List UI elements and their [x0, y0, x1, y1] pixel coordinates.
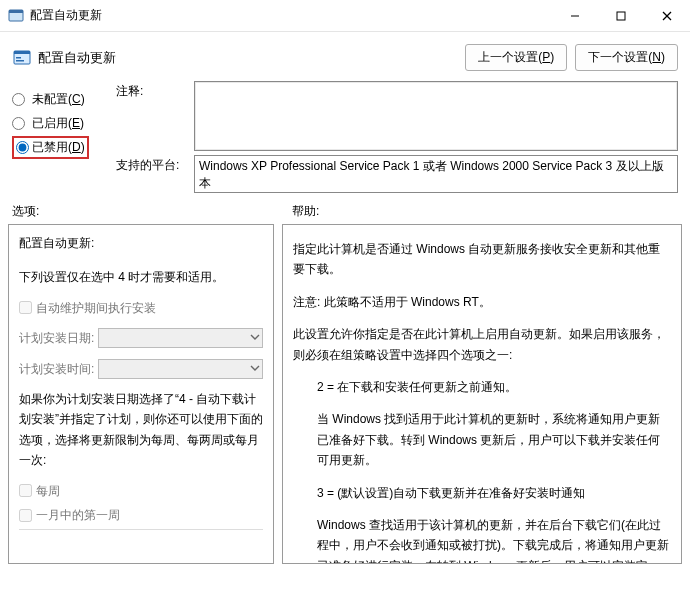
options-panel: 配置自动更新: 下列设置仅在选中 4 时才需要和适用。 自动维护期间执行安装 计…: [8, 224, 274, 564]
help-p7: Windows 查找适用于该计算机的更新，并在后台下载它们(在此过程中，用户不会…: [293, 515, 671, 564]
help-p3: 此设置允许你指定是否在此计算机上启用自动更新。如果启用该服务，则必须在组策略设置…: [293, 324, 671, 365]
next-setting-button[interactable]: 下一个设置(N): [575, 44, 678, 71]
install-time-combo[interactable]: [98, 359, 263, 379]
help-panel: 指定此计算机是否通过 Windows 自动更新服务接收安全更新和其他重要下载。 …: [282, 224, 682, 564]
prev-setting-button[interactable]: 上一个设置(P): [465, 44, 567, 71]
app-icon: [8, 8, 24, 24]
radio-disabled-label: 已禁用(D): [32, 139, 85, 156]
comment-textarea[interactable]: [194, 81, 678, 151]
maximize-button[interactable]: [598, 0, 644, 32]
platform-text: Windows XP Professional Service Pack 1 或…: [194, 155, 678, 193]
chk-first-week-label: 一月中的第一周: [36, 505, 120, 525]
options-section-title: 配置自动更新:: [19, 233, 263, 253]
radio-disabled[interactable]: [16, 141, 29, 154]
page-title: 配置自动更新: [38, 49, 465, 67]
help-p5: 当 Windows 找到适用于此计算机的更新时，系统将通知用户更新已准备好下载。…: [293, 409, 671, 470]
svg-rect-8: [16, 57, 21, 59]
svg-rect-9: [16, 60, 24, 62]
divider: [19, 529, 263, 530]
chevron-down-icon: [250, 328, 260, 348]
install-date-combo[interactable]: [98, 328, 263, 348]
options-long-note: 如果你为计划安装日期选择了“4 - 自动下载计划安装”并指定了计划，则你还可以使…: [19, 389, 263, 471]
install-date-label: 计划安装日期:: [19, 328, 94, 348]
radio-enabled-label: 已启用(E): [32, 115, 84, 132]
chk-maintenance[interactable]: [19, 301, 32, 314]
chk-weekly-label: 每周: [36, 481, 60, 501]
platform-label: 支持的平台:: [116, 155, 188, 193]
radio-not-configured[interactable]: [12, 93, 25, 106]
options-note: 下列设置仅在选中 4 时才需要和适用。: [19, 267, 263, 287]
minimize-button[interactable]: [552, 0, 598, 32]
help-p1: 指定此计算机是否通过 Windows 自动更新服务接收安全更新和其他重要下载。: [293, 239, 671, 280]
chk-first-week[interactable]: [19, 509, 32, 522]
svg-rect-1: [9, 10, 23, 13]
state-radios: 未配置(C) 已启用(E) 已禁用(D): [12, 81, 104, 193]
radio-enabled[interactable]: [12, 117, 25, 130]
comment-label: 注释:: [116, 81, 188, 151]
help-p2: 注意: 此策略不适用于 Windows RT。: [293, 292, 671, 312]
help-label: 帮助:: [292, 203, 319, 220]
policy-icon: [12, 48, 32, 68]
titlebar: 配置自动更新: [0, 0, 690, 32]
close-button[interactable]: [644, 0, 690, 32]
chk-maintenance-label: 自动维护期间执行安装: [36, 298, 156, 318]
radio-disabled-highlight: 已禁用(D): [12, 136, 89, 159]
help-p6: 3 = (默认设置)自动下载更新并在准备好安装时通知: [293, 483, 671, 503]
chevron-down-icon: [250, 359, 260, 379]
chk-weekly[interactable]: [19, 484, 32, 497]
svg-rect-3: [617, 12, 625, 20]
help-p4: 2 = 在下载和安装任何更新之前通知。: [293, 377, 671, 397]
header: 配置自动更新 上一个设置(P) 下一个设置(N): [0, 32, 690, 77]
options-label: 选项:: [12, 203, 292, 220]
svg-rect-7: [14, 51, 30, 54]
install-time-label: 计划安装时间:: [19, 359, 94, 379]
window-title: 配置自动更新: [30, 7, 552, 24]
radio-not-configured-label: 未配置(C): [32, 91, 85, 108]
